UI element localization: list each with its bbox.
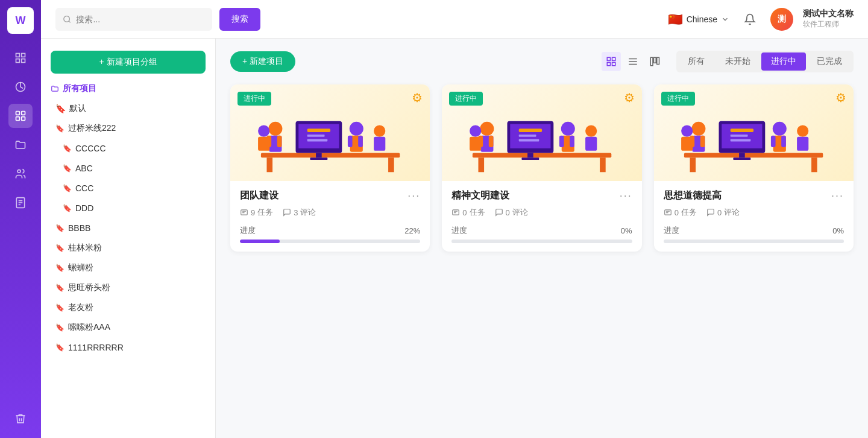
new-group-button[interactable]: + 新建项目分组 <box>51 51 206 74</box>
sidebar-item-abc[interactable]: 🔖 ABC ⋯ <box>51 158 206 178</box>
card-body-3: 思想道德提高 ··· 0 任务 0 评论 <box>654 181 854 252</box>
sidebar-item-laoyou[interactable]: 🔖 老友粉 ⋯ <box>51 297 206 317</box>
sidebar-icon-doc[interactable] <box>8 191 33 215</box>
language-label: Chinese <box>687 14 717 24</box>
progress-value-3: 0% <box>832 226 844 235</box>
svg-point-94 <box>797 125 808 137</box>
card-more-1[interactable]: ··· <box>407 189 420 202</box>
svg-rect-56 <box>519 129 542 132</box>
filter-not-started[interactable]: 未开始 <box>715 52 760 71</box>
search-input[interactable] <box>76 14 205 24</box>
svg-rect-81 <box>731 129 753 132</box>
svg-rect-77 <box>690 157 696 172</box>
svg-rect-68 <box>570 136 574 147</box>
app-logo: W <box>7 7 34 34</box>
cards-grid: 进行中 ⚙ <box>230 84 854 252</box>
notification-bell[interactable] <box>739 8 761 30</box>
sidebar-item-ccc[interactable]: 🔖 CCC ⋯ <box>51 178 206 198</box>
comment-count-3: 0 评论 <box>706 207 740 218</box>
svg-rect-92 <box>771 136 776 147</box>
sidebar-icon-team[interactable] <box>8 162 33 186</box>
svg-rect-7 <box>16 117 20 121</box>
sidebar-icon-folder[interactable] <box>8 133 33 157</box>
svg-rect-67 <box>559 136 564 147</box>
svg-rect-47 <box>258 137 269 151</box>
settings-icon-2[interactable]: ⚙ <box>624 90 635 105</box>
right-toolbar: + 新建项目 所有 未开始 进行中 已 <box>230 51 854 72</box>
sidebar: W <box>0 0 41 438</box>
sidebar-item-1111[interactable]: 🔖 1111RRRRRR ⋯ <box>51 337 206 357</box>
avatar[interactable]: 测 <box>770 8 793 31</box>
sidebar-icon-home[interactable] <box>8 46 33 70</box>
card-meta-2: 0 任务 0 评论 <box>451 207 632 218</box>
svg-rect-93 <box>781 136 786 147</box>
svg-rect-84 <box>739 153 745 158</box>
card-title-2: 精神文明建设 <box>451 189 509 202</box>
card-more-2[interactable]: ··· <box>620 189 632 202</box>
sidebar-item-ccccc[interactable]: 🔖 CCCCC ⋯ <box>51 138 206 158</box>
comment-count-1: 3 评论 <box>283 207 316 218</box>
sidebar-icon-trash[interactable] <box>8 407 33 431</box>
sidebar-item-luosifen[interactable]: 🔖 螺蛳粉 ⋯ <box>51 258 206 278</box>
svg-rect-82 <box>731 135 748 137</box>
svg-rect-31 <box>307 129 330 132</box>
view-grid-button[interactable] <box>602 52 621 71</box>
bookmark-icon: 🔖 <box>55 244 64 252</box>
sidebar-item-bbbb[interactable]: 🔖 BBBB ⋯ <box>51 218 206 238</box>
svg-point-44 <box>374 125 385 137</box>
card-more-3[interactable]: ··· <box>831 189 844 202</box>
svg-point-46 <box>258 125 269 137</box>
svg-rect-1 <box>22 54 25 57</box>
svg-rect-52 <box>478 157 484 172</box>
card-title-1: 团队建设 <box>240 189 278 202</box>
progress-label-3: 进度 <box>664 225 679 236</box>
svg-rect-17 <box>612 57 615 60</box>
sidebar-item-ddd[interactable]: 🔖 DDD ⋯ <box>51 198 206 218</box>
all-projects-label[interactable]: 所有项目 <box>51 83 206 94</box>
svg-rect-16 <box>607 57 610 60</box>
left-panel: + 新建项目分组 所有项目 🔖 默认 🔖 过桥米线222 ⋯ 🔖 CCCCC ⋯ <box>41 39 216 438</box>
svg-rect-72 <box>470 137 481 151</box>
svg-rect-2 <box>16 59 20 63</box>
card-image-3: 进行中 ⚙ <box>654 84 854 181</box>
settings-icon-1[interactable]: ⚙ <box>412 90 423 105</box>
status-badge-2: 进行中 <box>449 92 483 106</box>
filter-all[interactable]: 所有 <box>678 52 714 71</box>
svg-rect-8 <box>22 117 25 121</box>
filter-tabs: 所有 未开始 进行中 已完成 <box>676 51 854 72</box>
main-container: 搜索 🇨🇳 Chinese 测 测试中文名称 软件工程师 + 新建项目分组 <box>41 0 868 438</box>
new-project-button[interactable]: + 新建项目 <box>230 51 295 72</box>
sidebar-item-guilin[interactable]: 🔖 桂林米粉 ⋯ <box>51 238 206 258</box>
svg-rect-35 <box>310 157 327 160</box>
svg-rect-57 <box>519 135 536 137</box>
sidebar-item-suosuo[interactable]: 🔖 嗦嗦粉AAA ⋯ <box>51 317 206 337</box>
bookmark-icon: 🔖 <box>55 264 64 272</box>
sidebar-icon-grid[interactable] <box>8 104 33 128</box>
user-role: 软件工程师 <box>803 19 854 30</box>
svg-rect-58 <box>519 139 539 142</box>
progress-label-2: 进度 <box>451 225 467 236</box>
bookmark-icon: 🔖 <box>63 204 72 212</box>
svg-rect-24 <box>654 57 656 63</box>
progress-label-1: 进度 <box>240 225 256 236</box>
user-info: 测试中文名称 软件工程师 <box>803 8 854 30</box>
language-selector[interactable]: 🇨🇳 Chinese <box>668 12 729 27</box>
card-image-2: 进行中 ⚙ <box>442 84 641 181</box>
svg-rect-78 <box>811 157 817 172</box>
sidebar-item-guoqiao[interactable]: 🔖 过桥米线222 ⋯ <box>51 118 206 138</box>
search-button[interactable]: 搜索 <box>219 8 260 31</box>
svg-rect-83 <box>731 139 751 142</box>
filter-in-progress[interactable]: 进行中 <box>761 52 806 71</box>
card-image-1: 进行中 ⚙ <box>230 84 430 181</box>
svg-point-36 <box>268 122 282 136</box>
view-kanban-button[interactable] <box>645 52 664 71</box>
bookmark-icon: 🔖 <box>63 164 72 173</box>
sidebar-icon-chart[interactable] <box>8 75 33 99</box>
view-list-button[interactable] <box>623 52 643 71</box>
settings-icon-3[interactable]: ⚙ <box>835 90 846 105</box>
header-right: 🇨🇳 Chinese 测 测试中文名称 软件工程师 <box>668 8 854 31</box>
filter-completed[interactable]: 已完成 <box>807 52 852 71</box>
svg-rect-89 <box>700 136 705 147</box>
sidebar-item-siwang[interactable]: 🔖 思旺桥头粉 ⋯ <box>51 278 206 297</box>
sidebar-item-default[interactable]: 🔖 默认 <box>51 99 206 118</box>
